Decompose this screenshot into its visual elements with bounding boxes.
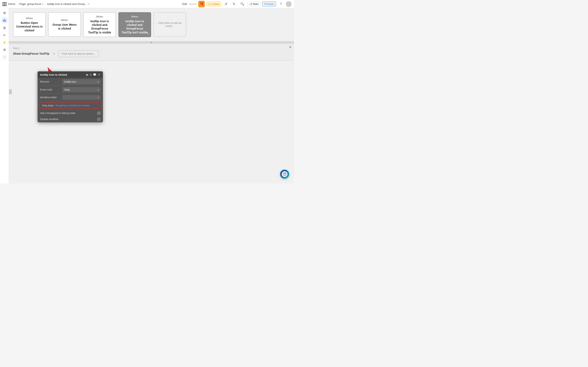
popup-breakpoint-row: Add a breakpoint in debug mode: [38, 110, 103, 116]
sidebar-settings-icon[interactable]: ⚙: [1, 47, 8, 53]
popup-event-color-label: Event color: [40, 88, 62, 91]
workflow-name[interactable]: tooltip icon is clicked and Group...: [47, 2, 87, 6]
help-bubble[interactable]: [280, 170, 289, 179]
event-card-1-title: Button Open Contextual menu is clicked: [16, 21, 43, 32]
popup-play-icon[interactable]: ▶: [86, 73, 89, 76]
popup-element-select[interactable]: tooltip icon ▾: [62, 79, 100, 84]
apps-icon[interactable]: [2, 2, 7, 6]
sidebar-plugin-icon[interactable]: ⚡: [1, 39, 8, 46]
popup-breakpoint-label: Add a breakpoint in debug mode: [40, 112, 97, 115]
left-sidebar: ⚒ ⊞ ✏ ⚡ ⚙ 📄: [0, 8, 9, 184]
svg-rect-8: [5, 21, 6, 22]
warning-icon: ⚠: [208, 2, 211, 6]
popup-only-when-value[interactable]: GroupFocus ToolTip isn't visible: [55, 104, 90, 107]
popup-element-label: Element: [40, 80, 62, 83]
event-card-4[interactable]: When tooltip icon is clicked and GroupFo…: [118, 12, 151, 37]
popup-disable-label: Disable workflow: [40, 118, 97, 121]
sidebar-tools-icon[interactable]: ⚒: [1, 10, 8, 16]
event-card-3-title: tooltip icon is clicked and GroupFocus T…: [86, 19, 113, 34]
popup-element-control: tooltip icon ▾: [62, 79, 100, 84]
popup-comment-icon[interactable]: 💬: [93, 73, 96, 76]
event-card-3-when: When: [96, 15, 103, 18]
popup-workflow-folder-select[interactable]: ▾: [62, 95, 100, 100]
workflow-canvas: When Button Open Contextual menu is clic…: [9, 8, 294, 41]
step-label: Step 1: [13, 47, 290, 49]
popup-workflow-folder-chevron: ▾: [98, 96, 99, 99]
event-card-2-when: When: [61, 18, 68, 22]
popup-panel: tooltip icon is clicked ▶ ℹ 💬 ✕ Element …: [38, 71, 103, 122]
collapse-bar[interactable]: ▲: [9, 41, 294, 44]
page-chevron: ▾: [42, 3, 43, 5]
help-bubble-inner: [282, 171, 287, 177]
svg-point-14: [285, 175, 285, 175]
help-button[interactable]: ?: [278, 1, 284, 7]
sidebar-doc-icon[interactable]: 📄: [1, 54, 8, 60]
sidebar-layers-icon[interactable]: ⊞: [1, 25, 8, 31]
gift-button[interactable]: 🎁: [198, 1, 205, 7]
popup-element-value: tooltip icon: [64, 80, 76, 83]
event-card-add[interactable]: Click here to add an event...: [154, 12, 186, 37]
svg-rect-6: [3, 21, 4, 22]
popup-disable-toggle[interactable]: [97, 118, 100, 121]
popup-only-when-label: Only when: [42, 104, 54, 107]
svg-rect-0: [4, 19, 5, 19]
popup-workflow-folder-row: Workflow folder ▾: [38, 94, 103, 101]
event-card-2-title: Group User Menu is clicked: [51, 23, 78, 30]
popup-only-when-row: Only when GroupFocus ToolTip isn't visib…: [39, 102, 101, 109]
popup-workflow-folder-control: ▾: [62, 95, 100, 100]
page-nav[interactable]: Page: group-focus ▾: [19, 2, 43, 6]
popup-event-color-value: Gray: [64, 88, 70, 91]
nav-sep2: ›: [45, 2, 45, 6]
popup-workflow-folder-label: Workflow folder: [40, 96, 62, 99]
search-button[interactable]: 🔍: [239, 1, 246, 7]
action-arrow-icon: →: [52, 52, 56, 56]
sidebar-sitemap-icon[interactable]: [1, 17, 8, 24]
sidebar-brush-icon[interactable]: ✏: [1, 32, 8, 38]
page-name: group-focus: [27, 2, 41, 6]
popup-header: tooltip icon is clicked ▶ ℹ 💬 ✕: [38, 71, 103, 78]
popup-event-color-control: Gray ▾: [62, 87, 100, 92]
workflow-chevron: ▾: [88, 3, 89, 5]
issues-button[interactable]: ⚠ 1 issue: [207, 2, 221, 6]
redo-button[interactable]: ↻: [231, 1, 237, 7]
collapse-arrow-icon: ▲: [150, 41, 153, 43]
popup-info-icon[interactable]: ℹ: [90, 73, 91, 76]
close-action-button[interactable]: ✕: [289, 45, 292, 49]
preview-button[interactable]: Preview: [262, 1, 276, 7]
popup-close-icon[interactable]: ✕: [98, 73, 100, 76]
main-content: When Button Open Contextual menu is clic…: [9, 8, 294, 184]
branch-selector[interactable]: ⎇ Main: [247, 1, 260, 7]
event-card-1-when: When: [26, 17, 33, 20]
popup-breakpoint-toggle[interactable]: [97, 111, 100, 115]
saved-label: Saved: [189, 2, 197, 6]
edit-label: Edit: [182, 2, 187, 6]
event-card-add-label: Click here to add an event...: [156, 21, 183, 27]
popup-event-color-row: Event color Gray ▾: [38, 86, 103, 94]
event-card-2[interactable]: When Group User Menu is clicked: [48, 12, 81, 37]
top-nav: Home › Page: group-focus ▾ › tooltip ico…: [0, 0, 294, 8]
popup-element-row: Element tooltip icon ▾: [38, 78, 103, 86]
branch-name: Main: [253, 2, 259, 6]
svg-rect-7: [4, 21, 5, 22]
user-avatar[interactable]: [286, 1, 292, 7]
popup-element-chevron: ▾: [98, 81, 99, 83]
undo-button[interactable]: ↺: [223, 1, 229, 7]
nav-sep1: ›: [17, 2, 18, 6]
branch-icon: ⎇: [249, 2, 252, 6]
add-action-button[interactable]: Click here to add an action...: [58, 50, 99, 57]
action-name[interactable]: Show GroupFocus ToolTip: [13, 52, 49, 55]
event-card-1[interactable]: When Button Open Contextual menu is clic…: [13, 12, 46, 37]
event-card-3[interactable]: When tooltip icon is clicked and GroupFo…: [83, 12, 116, 37]
action-area: ✕ Step 1 Show GroupFocus ToolTip → Click…: [9, 44, 294, 61]
popup-event-color-select[interactable]: Gray ▾: [62, 87, 100, 92]
home-link[interactable]: Home: [8, 2, 15, 6]
popup-disable-row: Disable workflow: [38, 116, 103, 122]
issues-count: 1 issue: [212, 3, 219, 6]
event-card-4-title: tooltip icon is clicked and GroupFocus T…: [121, 19, 148, 34]
page-label: Page:: [19, 2, 26, 6]
popup-event-color-chevron: ▾: [98, 89, 99, 91]
event-card-4-delete[interactable]: 🗑: [147, 32, 149, 35]
popup-title: tooltip icon is clicked: [40, 73, 67, 76]
expand-sidebar-arrow[interactable]: ›: [9, 89, 12, 94]
action-row: Show GroupFocus ToolTip → Click here to …: [13, 50, 290, 57]
